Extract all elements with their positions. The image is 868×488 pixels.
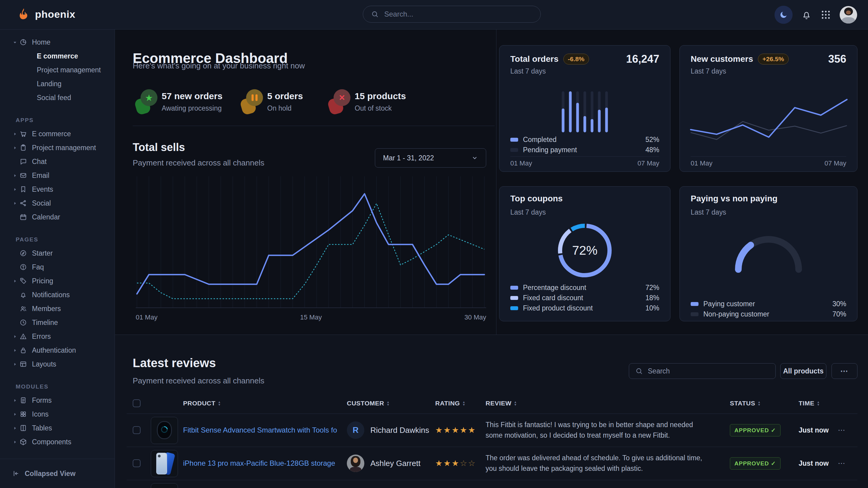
order-bar-completed: [584, 116, 586, 132]
legend-swatch: [510, 286, 518, 290]
paying-gauge-chart: [726, 226, 811, 275]
sidebar-item-label: Email: [32, 171, 50, 180]
sidebar-subitem-social-feed[interactable]: Social feed: [0, 91, 115, 105]
orders-x-end: 07 May: [638, 159, 659, 167]
caret-right-icon: [13, 426, 19, 430]
row-actions-button[interactable]: ⋯: [838, 447, 846, 480]
reviews-more-button[interactable]: ⋯: [832, 363, 858, 379]
column-header-rating[interactable]: RATING▲▼: [435, 393, 465, 414]
product-thumbnail-smartwatch[interactable]: [151, 417, 178, 444]
legend-value: 72%: [645, 284, 659, 292]
column-header-customer[interactable]: CUSTOMER▲▼: [347, 393, 390, 414]
row-actions-button[interactable]: ⋯: [838, 414, 846, 447]
sidebar-item-e-commerce[interactable]: E commerce: [0, 127, 115, 141]
apps-grid-icon[interactable]: [820, 9, 831, 20]
caret-right-icon: [13, 132, 19, 136]
customer-avatar-initial: R: [347, 421, 364, 439]
sidebar-item-label: Notifications: [32, 291, 70, 299]
reviews-search[interactable]: [629, 363, 776, 379]
order-bar-pending: [584, 91, 586, 132]
sidebar-item-label: Forms: [32, 396, 52, 404]
sidebar-item-forms[interactable]: Forms: [0, 393, 115, 407]
all-products-button[interactable]: All products: [780, 363, 826, 379]
product-thumbnail-partial[interactable]: [151, 483, 178, 488]
stat-label: Awating processing: [162, 104, 223, 112]
caret-right-icon: [13, 334, 19, 339]
row-checkbox[interactable]: [133, 459, 141, 467]
global-search[interactable]: [363, 6, 541, 23]
total-orders-bar-chart: [562, 91, 608, 132]
sidebar-item-components[interactable]: Components: [0, 435, 115, 449]
user-avatar[interactable]: [840, 6, 857, 24]
select-all-checkbox[interactable]: [133, 399, 141, 407]
sidebar-item-errors[interactable]: Errors: [0, 329, 115, 343]
stat-label: On hold: [267, 104, 303, 112]
product-link[interactable]: Fitbit Sense Advanced Smartwatch with To…: [183, 414, 337, 447]
legend-value: 10%: [645, 304, 659, 312]
order-bar-pending: [576, 91, 579, 132]
latest-reviews-subtitle: Payment received across all channels: [133, 376, 264, 386]
order-bar-completed: [562, 108, 565, 132]
calendar-icon: [19, 213, 27, 221]
sidebar-subitem-project-management[interactable]: Project management: [0, 63, 115, 77]
sidebar-item-timeline[interactable]: Timeline: [0, 316, 115, 329]
cart-icon: [19, 130, 27, 138]
order-bar-completed: [591, 119, 593, 132]
theme-toggle-button[interactable]: [775, 6, 793, 24]
column-header-time[interactable]: TIME▲▼: [799, 393, 820, 414]
collapsed-view-button[interactable]: Collapsed View: [0, 459, 115, 488]
sidebar-item-starter[interactable]: Starter: [0, 246, 115, 260]
customers-x-start: 01 May: [691, 159, 712, 167]
column-header-review[interactable]: REVIEW▲▼: [486, 393, 517, 414]
legend-swatch: [510, 148, 518, 152]
column-header-product[interactable]: PRODUCT▲▼: [183, 393, 221, 414]
sidebar-item-pricing[interactable]: Pricing: [0, 274, 115, 288]
sidebar-item-calendar[interactable]: Calendar: [0, 210, 115, 224]
legend-value: 48%: [645, 146, 659, 154]
notifications-bell-icon[interactable]: [801, 9, 812, 20]
sidebar-item-label: Chat: [32, 158, 47, 166]
caret-right-icon: [13, 348, 19, 353]
product-thumbnail-phone[interactable]: [151, 450, 178, 477]
legend-swatch: [510, 306, 518, 310]
reviews-search-input[interactable]: [647, 367, 769, 376]
sidebar-item-social[interactable]: Social: [0, 196, 115, 210]
legend-row-completed: Completed 52%: [510, 134, 659, 145]
customer-avatar-photo: [347, 455, 364, 472]
sidebar-item-faq[interactable]: Faq: [0, 260, 115, 274]
clipboard-icon: [19, 144, 27, 152]
sidebar-subitem-e-commerce[interactable]: E commerce: [0, 49, 115, 63]
sidebar-item-members[interactable]: Members: [0, 302, 115, 316]
date-range-picker[interactable]: Mar 1 - 31, 2022: [375, 148, 486, 168]
stat-57-new-orders: ★ 57 new orders Awating processing: [136, 89, 223, 115]
sidebar-item-layouts[interactable]: Layouts: [0, 357, 115, 371]
sidebar-item-label: Timeline: [32, 319, 58, 327]
column-divider: [496, 29, 496, 334]
caret-right-icon: [13, 440, 19, 444]
stat-warning-badge: [241, 89, 263, 115]
brand-name: phoenix: [35, 8, 75, 20]
legend-row-non-paying-customer: Non-paying customer 70%: [691, 309, 846, 319]
sidebar-item-project-management[interactable]: Project management: [0, 141, 115, 155]
sidebar-item-events[interactable]: Events: [0, 182, 115, 196]
product-link[interactable]: iPhone 13 pro max-Pacific Blue-128GB sto…: [183, 447, 335, 480]
sidebar-item-email[interactable]: Email: [0, 168, 115, 182]
column-header-status[interactable]: STATUS▲▼: [730, 393, 761, 414]
sidebar-item-tables[interactable]: Tables: [0, 421, 115, 435]
legend-swatch: [510, 138, 518, 142]
sidebar-item-label: Authentication: [32, 346, 76, 355]
sidebar-item-authentication[interactable]: Authentication: [0, 343, 115, 357]
row-checkbox[interactable]: [133, 426, 141, 434]
legend-row-paying-customer: Paying customer 30%: [691, 299, 846, 309]
sidebar-subitem-landing[interactable]: Landing: [0, 77, 115, 91]
sidebar-item-chat[interactable]: Chat: [0, 155, 115, 168]
global-search-input[interactable]: [384, 10, 533, 19]
new-customers-head: New customers +26.5% 356: [691, 53, 846, 65]
sidebar-item-home[interactable]: Home: [0, 35, 115, 49]
legend-label: Paying customer: [703, 300, 755, 308]
sidebar-item-notifications[interactable]: Notifications: [0, 288, 115, 302]
layout-icon: [19, 360, 27, 368]
sidebar-item-icons[interactable]: Icons: [0, 407, 115, 421]
sidebar-item-label: Layouts: [32, 360, 56, 368]
brand-logo[interactable]: phoenix: [17, 7, 75, 21]
